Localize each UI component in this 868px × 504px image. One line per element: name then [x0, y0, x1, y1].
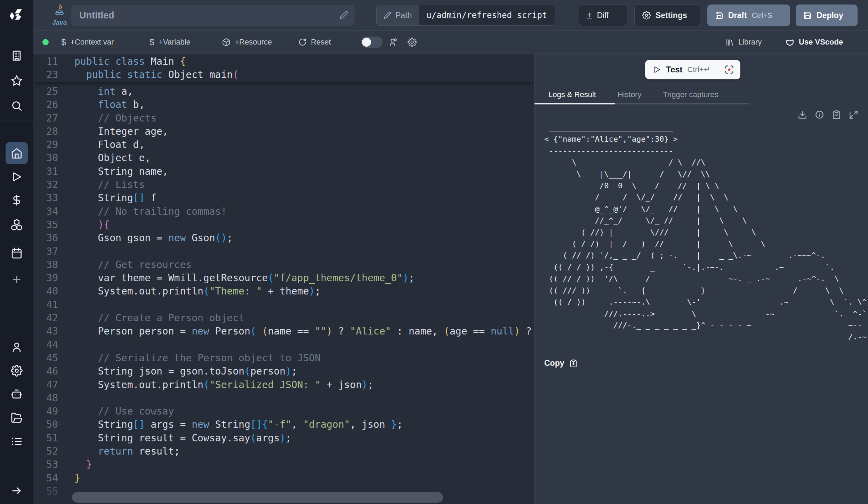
- code-line[interactable]: 48: [33, 392, 534, 405]
- code-text: String result = Cowsay.say(args);: [74, 432, 291, 445]
- code-line[interactable]: 30 Object e,: [33, 151, 534, 165]
- code-line[interactable]: 53 }: [33, 458, 534, 471]
- path-widget[interactable]: Path u/admin/refreshed_script: [376, 5, 555, 26]
- code-text: return result;: [74, 445, 180, 458]
- code-line[interactable]: 35 ){: [33, 218, 534, 231]
- code-text: }: [74, 458, 92, 471]
- copy-clipboard-icon: [569, 359, 578, 368]
- code-line[interactable]: 28 Integer age,: [33, 125, 534, 138]
- script-title-input[interactable]: Untitled: [71, 5, 355, 26]
- download-icon[interactable]: [798, 110, 807, 119]
- variables-dollar-icon[interactable]: [11, 194, 23, 206]
- settings-button[interactable]: Settings: [634, 5, 700, 26]
- code-line[interactable]: 33 String[] f: [33, 191, 534, 205]
- code-line[interactable]: 36 Gson gson = new Gson();: [33, 231, 534, 245]
- line-number: 30: [33, 151, 58, 165]
- tab-history[interactable]: History: [618, 90, 641, 99]
- code-line[interactable]: 52 return result;: [33, 445, 534, 458]
- code-line[interactable]: 39 var theme = Wmill.getResource("f/app_…: [33, 271, 534, 285]
- code-line[interactable]: 37: [33, 245, 534, 258]
- vscode-cat-icon: [785, 38, 795, 47]
- code-line[interactable]: 54}: [33, 472, 534, 485]
- code-line[interactable]: 27 // Objects: [33, 112, 534, 125]
- result-tabs: Logs & Result History Trigger captures: [548, 86, 718, 103]
- workspace-building-icon[interactable]: [11, 50, 23, 62]
- deploy-button[interactable]: Deploy: [796, 5, 858, 26]
- list-menu-icon[interactable]: [11, 435, 23, 447]
- code-line[interactable]: 11public class Main {: [33, 55, 534, 68]
- code-line[interactable]: 43 Person person = new Person( (name == …: [33, 325, 534, 338]
- code-line[interactable]: 31 String name,: [33, 165, 534, 178]
- workers-bot-icon[interactable]: [11, 388, 23, 400]
- result-output[interactable]: ___________________________ < {"name":"A…: [544, 122, 868, 352]
- code-text: // Objects: [74, 112, 156, 125]
- code-text: Object e,: [74, 151, 151, 165]
- add-resource-button[interactable]: +Resource: [222, 31, 272, 54]
- code-line[interactable]: 50 String[] args = new String[]{"-f", "d…: [33, 418, 534, 431]
- line-number: 23: [33, 68, 58, 81]
- user-icon[interactable]: [11, 341, 23, 353]
- folders-open-icon[interactable]: [11, 412, 23, 424]
- diff-button[interactable]: ± Diff: [579, 5, 627, 26]
- line-number: 53: [33, 458, 58, 471]
- code-line[interactable]: 47 System.out.println("Serialized JSON: …: [33, 378, 534, 392]
- diff-mode-toggle[interactable]: [361, 37, 383, 48]
- copy-result-button[interactable]: Copy: [544, 359, 578, 368]
- capture-test-button[interactable]: [718, 65, 740, 74]
- horizontal-scrollbar[interactable]: [72, 492, 443, 503]
- runs-play-icon[interactable]: [11, 171, 23, 183]
- use-vscode-button[interactable]: Use VScode: [785, 31, 843, 54]
- code-line[interactable]: 44: [33, 338, 534, 352]
- line-number: 52: [33, 445, 58, 458]
- code-line[interactable]: 23 public static Object main(: [33, 68, 534, 81]
- edit-title-pencil-icon[interactable]: [339, 10, 348, 19]
- add-plus-icon[interactable]: [11, 274, 22, 285]
- tab-logs-result[interactable]: Logs & Result: [548, 90, 596, 99]
- code-line[interactable]: 41: [33, 298, 534, 312]
- code-line[interactable]: 34 // No trailing commas!: [33, 205, 534, 218]
- assistant-user-icon[interactable]: [389, 31, 398, 54]
- schedules-calendar-icon[interactable]: [11, 247, 23, 259]
- line-number: 38: [33, 258, 58, 271]
- code-line[interactable]: 29 Float d,: [33, 138, 534, 151]
- code-editor[interactable]: 11public class Main {23 public static Ob…: [33, 54, 534, 504]
- code-line[interactable]: 25 int a,: [33, 85, 534, 98]
- home-icon[interactable]: [11, 147, 23, 159]
- add-variable-button[interactable]: $ +Variable: [150, 31, 191, 54]
- test-button-group: Test Ctrl+↵: [645, 60, 740, 79]
- code-line[interactable]: 40 System.out.println("Theme: " + theme)…: [33, 285, 534, 298]
- line-number: 33: [33, 191, 58, 205]
- line-number: 25: [33, 85, 58, 98]
- settings-gear-icon[interactable]: [11, 365, 23, 377]
- reset-button[interactable]: Reset: [298, 31, 331, 54]
- code-line[interactable]: 38 // Get resources: [33, 258, 534, 271]
- code-line[interactable]: 49 // Use cowsay: [33, 405, 534, 418]
- code-line[interactable]: 32 // Lists: [33, 178, 534, 191]
- sticky-scope-header[interactable]: 11public class Main {23 public static Ob…: [33, 55, 534, 82]
- toggle-knob: [362, 38, 371, 47]
- windmill-logo[interactable]: [9, 8, 24, 23]
- resources-boxes-icon[interactable]: [10, 218, 23, 231]
- expand-sidebar-arrow-icon[interactable]: [11, 485, 23, 497]
- test-button[interactable]: Test Ctrl+↵: [645, 65, 718, 74]
- draft-button[interactable]: Draft Ctrl+S: [707, 5, 790, 26]
- diff-label: Diff: [597, 11, 609, 20]
- favorites-star-icon[interactable]: [11, 75, 23, 87]
- add-context-var-button[interactable]: $ +Context var: [61, 31, 114, 54]
- expand-fullscreen-icon[interactable]: [849, 110, 858, 119]
- top-bar: Java Untitled Path u/admin/refreshed_scr…: [33, 0, 868, 31]
- editor-settings-gear-icon[interactable]: [408, 31, 417, 54]
- clipboard-paste-icon[interactable]: [832, 110, 841, 119]
- code-line[interactable]: 46 String json = gson.toJson(person);: [33, 365, 534, 378]
- path-label-section[interactable]: Path: [377, 5, 419, 25]
- code-lines[interactable]: 25 int a,26 float b,27 // Objects28 Inte…: [33, 85, 534, 498]
- search-icon[interactable]: [11, 100, 23, 112]
- code-line[interactable]: 45 // Serialize the Person object to JSO…: [33, 352, 534, 365]
- line-number: 35: [33, 218, 58, 231]
- tab-trigger-captures[interactable]: Trigger captures: [663, 90, 718, 99]
- library-button[interactable]: Library: [725, 31, 762, 54]
- code-line[interactable]: 51 String result = Cowsay.say(args);: [33, 432, 534, 445]
- code-line[interactable]: 42 // Create a Person object: [33, 312, 534, 325]
- code-line[interactable]: 26 float b,: [33, 98, 534, 111]
- info-icon[interactable]: [815, 110, 824, 119]
